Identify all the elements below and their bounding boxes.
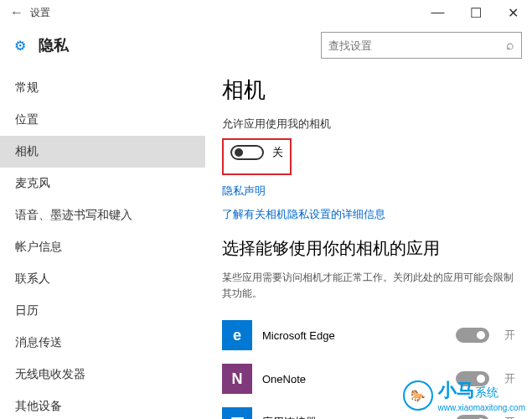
app-icon: N: [222, 364, 252, 394]
sidebar-item-7[interactable]: 日历: [0, 295, 205, 327]
minimize-button[interactable]: —: [419, 0, 457, 25]
search-box[interactable]: ⌕: [321, 32, 522, 59]
app-row-0: eMicrosoft Edge开: [222, 315, 515, 355]
sidebar-item-6[interactable]: 联系人: [0, 263, 205, 295]
header: ⚙ 隐私 ⌕: [0, 25, 532, 65]
sidebar-item-2[interactable]: 相机: [0, 136, 205, 168]
highlight-box: 关: [222, 138, 292, 175]
watermark: 🐎 小马系统 www.xiaomaxitong.com: [403, 378, 525, 412]
allow-apps-label: 允许应用使用我的相机: [222, 116, 515, 132]
app-toggle[interactable]: [456, 328, 489, 343]
apps-section-heading: 选择能够使用你的相机的应用: [222, 237, 515, 260]
sidebar-item-9[interactable]: 无线电收发器: [0, 359, 205, 391]
privacy-statement-link[interactable]: 隐私声明: [222, 184, 515, 199]
sidebar-item-0[interactable]: 常规: [0, 72, 205, 104]
apps-section-desc: 某些应用需要访问相机才能正常工作。关闭此处的应用可能会限制其功能。: [222, 270, 515, 302]
window-title: 设置: [30, 6, 50, 20]
app-name: Microsoft Edge: [262, 329, 456, 342]
titlebar: ← 设置 — ☐ ✕: [0, 0, 532, 25]
app-toggle[interactable]: [456, 415, 489, 419]
gear-icon: ⚙: [10, 35, 30, 55]
sidebar-item-5[interactable]: 帐户信息: [0, 231, 205, 263]
page-title: 相机: [222, 75, 515, 105]
sidebar-item-8[interactable]: 消息传送: [0, 327, 205, 359]
search-input[interactable]: [328, 39, 506, 52]
content: 相机 允许应用使用我的相机 关 隐私声明 了解有关相机隐私设置的详细信息 选择能…: [205, 65, 532, 419]
sidebar-item-10[interactable]: 其他设备: [0, 391, 205, 419]
page-category: 隐私: [39, 35, 69, 55]
sidebar-item-3[interactable]: 麦克风: [0, 168, 205, 199]
app-icon: ▦: [222, 407, 252, 419]
camera-toggle-state: 关: [272, 145, 283, 160]
app-icon: e: [222, 320, 252, 350]
horse-icon: 🐎: [403, 380, 433, 411]
sidebar-item-4[interactable]: 语音、墨迹书写和键入: [0, 199, 205, 231]
maximize-button[interactable]: ☐: [457, 0, 494, 25]
learn-more-link[interactable]: 了解有关相机隐私设置的详细信息: [222, 207, 515, 222]
sidebar: 常规位置相机麦克风语音、墨迹书写和键入帐户信息联系人日历消息传送无线电收发器其他…: [0, 65, 205, 419]
app-name: 应用连接器: [262, 415, 456, 419]
close-button[interactable]: ✕: [494, 0, 532, 25]
sidebar-item-1[interactable]: 位置: [0, 104, 205, 136]
search-icon[interactable]: ⌕: [506, 38, 514, 53]
app-toggle-state: 开: [504, 328, 515, 343]
back-icon[interactable]: ←: [10, 5, 30, 20]
camera-toggle[interactable]: [230, 145, 264, 160]
app-toggle-state: 开: [504, 415, 515, 419]
